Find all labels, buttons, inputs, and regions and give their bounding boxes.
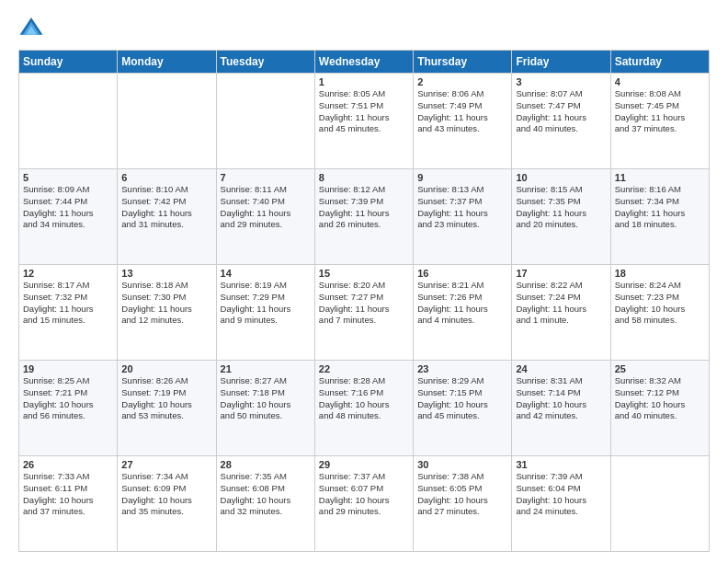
day-info: Sunrise: 8:32 AM Sunset: 7:12 PM Dayligh… [615, 375, 705, 422]
day-number: 25 [615, 363, 705, 374]
calendar-cell [118, 74, 216, 169]
weekday-header-saturday: Saturday [610, 51, 709, 74]
day-number: 6 [121, 172, 211, 183]
calendar-cell: 21Sunrise: 8:27 AM Sunset: 7:18 PM Dayli… [216, 361, 314, 456]
calendar-cell: 9Sunrise: 8:13 AM Sunset: 7:37 PM Daylig… [414, 169, 512, 265]
day-info: Sunrise: 8:08 AM Sunset: 7:45 PM Dayligh… [615, 88, 705, 135]
calendar-cell: 17Sunrise: 8:22 AM Sunset: 7:24 PM Dayli… [512, 265, 610, 361]
day-info: Sunrise: 8:06 AM Sunset: 7:49 PM Dayligh… [417, 88, 507, 135]
day-info: Sunrise: 8:24 AM Sunset: 7:23 PM Dayligh… [615, 280, 705, 327]
calendar-cell [19, 74, 118, 169]
weekday-header-monday: Monday [118, 51, 216, 74]
day-number: 5 [23, 172, 113, 183]
calendar-cell: 13Sunrise: 8:18 AM Sunset: 7:30 PM Dayli… [118, 265, 216, 361]
calendar-cell: 5Sunrise: 8:09 AM Sunset: 7:44 PM Daylig… [19, 169, 118, 265]
calendar-cell: 22Sunrise: 8:28 AM Sunset: 7:16 PM Dayli… [314, 361, 413, 456]
calendar-cell: 16Sunrise: 8:21 AM Sunset: 7:26 PM Dayli… [414, 265, 512, 361]
calendar-cell: 30Sunrise: 7:38 AM Sunset: 6:05 PM Dayli… [414, 456, 512, 552]
calendar-cell: 3Sunrise: 8:07 AM Sunset: 7:47 PM Daylig… [512, 74, 610, 169]
day-info: Sunrise: 7:37 AM Sunset: 6:07 PM Dayligh… [319, 471, 409, 518]
calendar-cell: 26Sunrise: 7:33 AM Sunset: 6:11 PM Dayli… [19, 456, 118, 552]
calendar-cell: 8Sunrise: 8:12 AM Sunset: 7:39 PM Daylig… [314, 169, 413, 265]
day-info: Sunrise: 8:17 AM Sunset: 7:32 PM Dayligh… [23, 280, 113, 327]
calendar-week-row: 1Sunrise: 8:05 AM Sunset: 7:51 PM Daylig… [19, 74, 710, 169]
calendar-cell: 2Sunrise: 8:06 AM Sunset: 7:49 PM Daylig… [414, 74, 512, 169]
calendar-cell: 24Sunrise: 8:31 AM Sunset: 7:14 PM Dayli… [512, 361, 610, 456]
day-number: 26 [23, 459, 113, 470]
day-info: Sunrise: 8:07 AM Sunset: 7:47 PM Dayligh… [516, 88, 606, 135]
day-info: Sunrise: 8:09 AM Sunset: 7:44 PM Dayligh… [23, 184, 113, 231]
calendar-cell [610, 456, 709, 552]
weekday-header-friday: Friday [512, 51, 610, 74]
day-info: Sunrise: 8:18 AM Sunset: 7:30 PM Dayligh… [121, 280, 211, 327]
calendar-cell: 12Sunrise: 8:17 AM Sunset: 7:32 PM Dayli… [19, 265, 118, 361]
day-info: Sunrise: 8:11 AM Sunset: 7:40 PM Dayligh… [221, 184, 311, 231]
day-number: 23 [417, 363, 507, 374]
weekday-header-wednesday: Wednesday [314, 51, 413, 74]
day-info: Sunrise: 7:33 AM Sunset: 6:11 PM Dayligh… [23, 471, 113, 518]
day-info: Sunrise: 8:26 AM Sunset: 7:19 PM Dayligh… [121, 375, 211, 422]
calendar-cell: 31Sunrise: 7:39 AM Sunset: 6:04 PM Dayli… [512, 456, 610, 552]
day-number: 12 [23, 268, 113, 279]
day-number: 21 [221, 363, 311, 374]
day-number: 7 [221, 172, 311, 183]
weekday-header-tuesday: Tuesday [216, 51, 314, 74]
calendar-cell: 11Sunrise: 8:16 AM Sunset: 7:34 PM Dayli… [610, 169, 709, 265]
day-info: Sunrise: 8:13 AM Sunset: 7:37 PM Dayligh… [417, 184, 507, 231]
calendar-cell: 1Sunrise: 8:05 AM Sunset: 7:51 PM Daylig… [314, 74, 413, 169]
day-info: Sunrise: 8:31 AM Sunset: 7:14 PM Dayligh… [516, 375, 606, 422]
day-info: Sunrise: 7:35 AM Sunset: 6:08 PM Dayligh… [221, 471, 311, 518]
calendar-cell: 23Sunrise: 8:29 AM Sunset: 7:15 PM Dayli… [414, 361, 512, 456]
day-info: Sunrise: 8:15 AM Sunset: 7:35 PM Dayligh… [516, 184, 606, 231]
calendar-cell: 10Sunrise: 8:15 AM Sunset: 7:35 PM Dayli… [512, 169, 610, 265]
day-info: Sunrise: 7:38 AM Sunset: 6:05 PM Dayligh… [417, 471, 507, 518]
day-number: 10 [516, 172, 606, 183]
day-number: 17 [516, 268, 606, 279]
calendar-week-row: 26Sunrise: 7:33 AM Sunset: 6:11 PM Dayli… [19, 456, 710, 552]
day-number: 28 [221, 459, 311, 470]
calendar-table: SundayMondayTuesdayWednesdayThursdayFrid… [18, 50, 710, 552]
day-info: Sunrise: 8:19 AM Sunset: 7:29 PM Dayligh… [221, 280, 311, 327]
calendar-cell: 15Sunrise: 8:20 AM Sunset: 7:27 PM Dayli… [314, 265, 413, 361]
day-number: 19 [23, 363, 113, 374]
day-info: Sunrise: 8:27 AM Sunset: 7:18 PM Dayligh… [221, 375, 311, 422]
day-number: 15 [319, 268, 409, 279]
day-info: Sunrise: 8:22 AM Sunset: 7:24 PM Dayligh… [516, 280, 606, 327]
day-info: Sunrise: 8:20 AM Sunset: 7:27 PM Dayligh… [319, 280, 409, 327]
day-number: 22 [319, 363, 409, 374]
day-number: 3 [516, 76, 606, 87]
calendar-week-row: 12Sunrise: 8:17 AM Sunset: 7:32 PM Dayli… [19, 265, 710, 361]
day-number: 16 [417, 268, 507, 279]
day-number: 29 [319, 459, 409, 470]
day-number: 8 [319, 172, 409, 183]
day-number: 2 [417, 76, 507, 87]
weekday-header-sunday: Sunday [19, 51, 118, 74]
day-number: 1 [319, 76, 409, 87]
calendar-cell: 19Sunrise: 8:25 AM Sunset: 7:21 PM Dayli… [19, 361, 118, 456]
logo-icon [18, 15, 44, 40]
calendar-cell: 25Sunrise: 8:32 AM Sunset: 7:12 PM Dayli… [610, 361, 709, 456]
day-number: 13 [121, 268, 211, 279]
day-number: 31 [516, 459, 606, 470]
calendar-cell [216, 74, 314, 169]
logo [18, 15, 48, 40]
day-number: 20 [121, 363, 211, 374]
calendar-cell: 4Sunrise: 8:08 AM Sunset: 7:45 PM Daylig… [610, 74, 709, 169]
day-number: 18 [615, 268, 705, 279]
day-number: 4 [615, 76, 705, 87]
day-info: Sunrise: 8:10 AM Sunset: 7:42 PM Dayligh… [121, 184, 211, 231]
calendar-cell: 28Sunrise: 7:35 AM Sunset: 6:08 PM Dayli… [216, 456, 314, 552]
day-info: Sunrise: 7:34 AM Sunset: 6:09 PM Dayligh… [121, 471, 211, 518]
calendar-cell: 7Sunrise: 8:11 AM Sunset: 7:40 PM Daylig… [216, 169, 314, 265]
day-number: 11 [615, 172, 705, 183]
calendar-week-row: 5Sunrise: 8:09 AM Sunset: 7:44 PM Daylig… [19, 169, 710, 265]
day-number: 27 [121, 459, 211, 470]
day-info: Sunrise: 8:28 AM Sunset: 7:16 PM Dayligh… [319, 375, 409, 422]
calendar-cell: 6Sunrise: 8:10 AM Sunset: 7:42 PM Daylig… [118, 169, 216, 265]
day-info: Sunrise: 8:12 AM Sunset: 7:39 PM Dayligh… [319, 184, 409, 231]
calendar-cell: 29Sunrise: 7:37 AM Sunset: 6:07 PM Dayli… [314, 456, 413, 552]
calendar-cell: 20Sunrise: 8:26 AM Sunset: 7:19 PM Dayli… [118, 361, 216, 456]
weekday-header-row: SundayMondayTuesdayWednesdayThursdayFrid… [19, 51, 710, 74]
calendar-week-row: 19Sunrise: 8:25 AM Sunset: 7:21 PM Dayli… [19, 361, 710, 456]
day-info: Sunrise: 8:05 AM Sunset: 7:51 PM Dayligh… [319, 88, 409, 135]
